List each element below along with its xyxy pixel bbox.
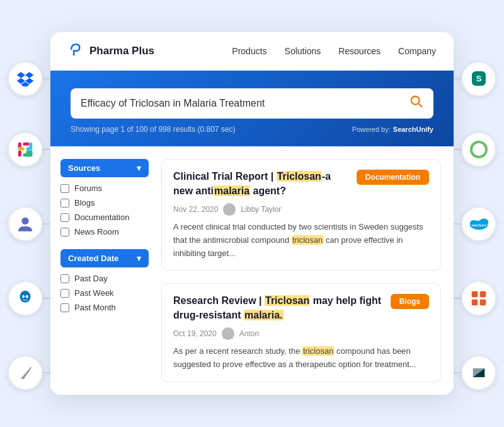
sources-options: Forums Blogs Documentation News Roo [60, 184, 149, 237]
documentation-checkbox[interactable] [60, 213, 69, 222]
result-card-1: Clinical Trial Report | Triclosan-a new … [161, 159, 441, 271]
sharepoint-icon-badge: S [461, 61, 496, 97]
result-2-header: Research Review | Triclosan may help fig… [173, 294, 429, 322]
sources-chevron-icon: ▾ [137, 163, 141, 173]
svg-rect-7 [26, 150, 32, 156]
result-2-excerpt: As per a recent research study, the tric… [173, 345, 429, 371]
svg-rect-18 [480, 299, 486, 305]
sources-label: Sources [68, 163, 100, 173]
user-icon-badge [8, 206, 43, 242]
results-area: Clinical Trial Report | Triclosan-a new … [161, 159, 441, 382]
blogs-checkbox[interactable] [60, 199, 69, 208]
results-count: Showing page 1 of 100 of 998 results (0.… [71, 125, 236, 134]
result-card-2: Research Review | Triclosan may help fig… [161, 283, 441, 382]
svg-rect-4 [29, 142, 32, 148]
newsroom-checkbox[interactable] [60, 228, 69, 237]
svg-point-10 [26, 295, 28, 298]
svg-rect-0 [18, 150, 21, 156]
result-2-title: Research Review | Triclosan may help fig… [173, 294, 383, 322]
navbar: Pharma Plus Products Solutions Resources… [50, 32, 454, 71]
drupal-icon-badge [8, 281, 43, 316]
result-1-avatar [223, 203, 236, 216]
date-chevron-icon: ▾ [137, 254, 141, 263]
result-2-title-prefix: Research Review | [173, 295, 265, 306]
nav-solutions[interactable]: Solutions [285, 46, 321, 56]
result-1-excerpt: A recent clinical trial conducted by two… [173, 221, 429, 260]
result-1-highlight-malaria: malaria [214, 185, 250, 196]
blogs-label: Blogs [74, 198, 95, 208]
outer-container: S salesforce [6, 6, 498, 422]
nav-resources[interactable]: Resources [338, 46, 381, 56]
search-input[interactable] [81, 98, 410, 109]
result-2-author: Anton [239, 329, 259, 338]
result-1-title-prefix: Clinical Trial Report | [173, 171, 277, 182]
grid-icon-badge [461, 281, 496, 316]
search-banner: Showing page 1 of 100 of 998 results (0.… [50, 71, 454, 146]
logo-text: Pharma Plus [89, 45, 154, 57]
salesforce-icon-badge: salesforce [461, 206, 496, 242]
zendesk-icon-badge [461, 355, 496, 390]
green-circle-icon-badge [461, 132, 496, 167]
result-1-excerpt-highlight: triclosan [292, 235, 323, 245]
search-meta: Showing page 1 of 100 of 998 results (0.… [71, 125, 433, 134]
result-1-author: Libby Taylor [241, 205, 281, 214]
result-1-header: Clinical Trial Report | Triclosan-a new … [173, 170, 429, 198]
svg-rect-15 [472, 291, 478, 297]
search-button[interactable] [410, 95, 423, 112]
pastweek-label: Past Week [74, 288, 114, 298]
result-1-title-suffix: agent? [250, 185, 286, 196]
svg-point-22 [226, 330, 231, 335]
newsroom-label: News Room [74, 227, 119, 237]
svg-point-8 [21, 217, 28, 224]
result-2-tag[interactable]: Blogs [391, 294, 429, 309]
svg-point-9 [22, 295, 25, 298]
svg-rect-17 [472, 299, 478, 305]
filter-blogs[interactable]: Blogs [60, 198, 149, 208]
pastmonth-label: Past Month [74, 303, 116, 312]
content-area: Sources ▾ Forums Blogs [50, 146, 454, 395]
filter-pastday[interactable]: Past Day [60, 274, 149, 283]
svg-line-20 [418, 103, 421, 107]
logo-area: Pharma Plus [68, 41, 154, 61]
main-card: Pharma Plus Products Solutions Resources… [50, 32, 454, 395]
result-2-date: Oct 19, 2020 [173, 329, 217, 338]
filter-pastweek[interactable]: Past Week [60, 288, 149, 298]
pastweek-checkbox[interactable] [60, 289, 69, 298]
result-2-highlight-malaria: malaria. [244, 310, 283, 320]
result-1-meta: Nov 22, 2020 Libby Taylor [173, 203, 429, 216]
result-2-highlight-triclosan: Triclosan [265, 295, 310, 306]
result-2-meta: Oct 19, 2020 Anton [173, 327, 429, 340]
nav-company[interactable]: Company [398, 46, 436, 56]
dropbox-icon-badge [8, 61, 43, 97]
svg-text:salesforce: salesforce [471, 224, 486, 227]
svg-rect-16 [480, 291, 486, 297]
filter-pastmonth[interactable]: Past Month [60, 303, 149, 312]
pastmonth-checkbox[interactable] [60, 303, 69, 312]
svg-rect-6 [18, 147, 25, 150]
filter-documentation[interactable]: Documentation [60, 213, 149, 222]
nav-products[interactable]: Products [232, 46, 266, 56]
sources-header[interactable]: Sources ▾ [60, 159, 149, 177]
filter-forums[interactable]: Forums [60, 184, 149, 193]
result-1-tag[interactable]: Documentation [357, 170, 429, 185]
search-box [71, 88, 433, 119]
result-2-excerpt-prefix: As per a recent research study, the [173, 346, 302, 356]
result-2-avatar [222, 327, 234, 340]
result-1-date: Nov 22, 2020 [173, 205, 218, 214]
knife-icon-badge [8, 355, 43, 390]
sidebar: Sources ▾ Forums Blogs [60, 159, 149, 382]
pastday-label: Past Day [74, 274, 108, 283]
forums-label: Forums [74, 184, 102, 193]
slack-icon-badge [8, 132, 43, 167]
forums-checkbox[interactable] [60, 184, 69, 193]
date-filter: Created Date ▾ Past Day Past Week [60, 249, 149, 312]
result-2-excerpt-highlight: triclosan [302, 346, 334, 356]
pharmaplus-logo-icon [68, 41, 84, 61]
nav-links: Products Solutions Resources Company [232, 46, 436, 56]
filter-newsroom[interactable]: News Room [60, 227, 149, 237]
svg-rect-2 [23, 142, 29, 145]
result-1-highlight-triclosan: Triclosan [277, 171, 322, 182]
date-header[interactable]: Created Date ▾ [60, 249, 149, 267]
pastday-checkbox[interactable] [60, 274, 69, 283]
date-options: Past Day Past Week Past Month [60, 274, 149, 312]
